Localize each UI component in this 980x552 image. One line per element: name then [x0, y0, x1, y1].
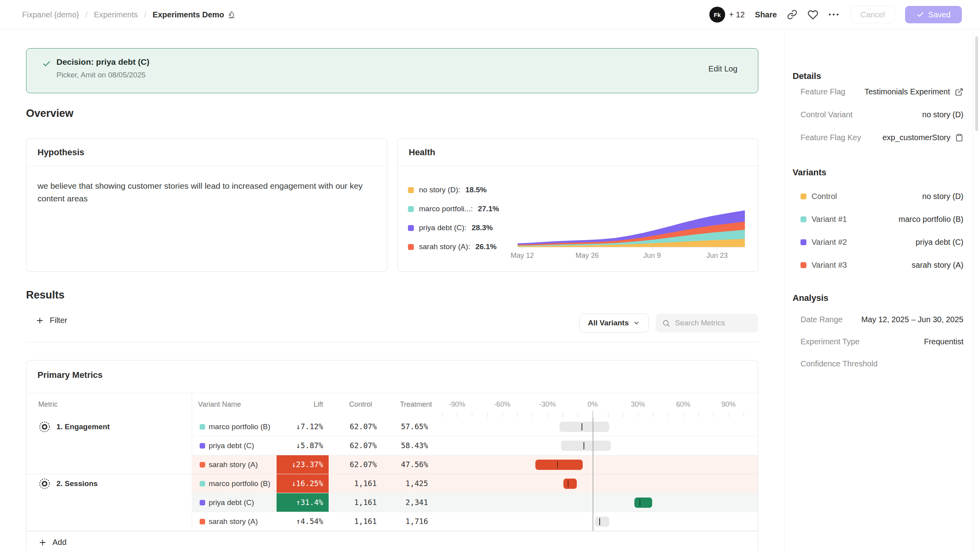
decision-subtitle: Picker, Amit on 08/05/2025 [56, 71, 146, 79]
analysis-row-confidence-threshold: Confidence Threshold [800, 353, 963, 376]
health-axis-labels: May 12May 26Jun 9Jun 23 [514, 252, 750, 261]
row-divider [192, 455, 758, 455]
goal-target-icon [38, 421, 51, 433]
saved-button[interactable]: Saved [905, 6, 962, 23]
variant-name: marco portfolio (B) [209, 422, 270, 431]
detail-value: exp_customerStory [883, 133, 950, 142]
search-metrics-input[interactable] [675, 319, 750, 327]
health-legend-item[interactable]: marco portfoli...:27.1% [408, 204, 499, 214]
hypothesis-body[interactable]: we believe that showing customer stories… [37, 180, 377, 205]
variant-swatch [200, 443, 205, 449]
overview-heading: Overview [26, 107, 73, 120]
variant-name: marco portfolio (B) [209, 479, 270, 488]
confidence-interval-bar [634, 498, 653, 508]
share-button[interactable]: Share [755, 10, 777, 19]
collaborator-count[interactable]: + 12 [729, 10, 744, 19]
avatar[interactable]: Fk [709, 7, 725, 23]
page-title: Experiments Demo [153, 10, 224, 19]
scrollbar-thumb[interactable] [975, 36, 978, 131]
breadcrumb-experiments[interactable]: Experiments [94, 10, 138, 19]
variant-label: Variant #2 [812, 238, 847, 247]
more-options-icon[interactable]: ••• [829, 11, 840, 19]
top-bar: Fixpanel {demo} / Experiments / Experime… [0, 0, 980, 29]
metric-variant-row[interactable]: sarah story (A)↑4.54%1,1611,716 [192, 512, 758, 531]
detail-label: Feature Flag [800, 87, 845, 96]
control-value: 1,161 [329, 517, 377, 526]
lift-axis-label: -30% [539, 400, 556, 409]
confidence-interval-bar [595, 516, 609, 527]
primary-metrics-title: Primary Metrics [37, 370, 103, 380]
col-lift: Lift [277, 400, 323, 409]
health-card-header: Health [398, 139, 758, 166]
feature-flag-link[interactable]: Testimonials Experiment [864, 87, 950, 96]
detail-label: Feature Flag Key [800, 133, 861, 142]
metric-cell[interactable]: 2. Sessions [38, 477, 98, 490]
metric-variant-row[interactable]: priya debt (C)↑31.4%1,1612,341 [192, 493, 758, 512]
plus-icon [36, 316, 44, 325]
lift-axis-tick [593, 411, 593, 417]
health-x-tick-label: May 26 [576, 252, 599, 260]
lift-point-tick [599, 518, 600, 525]
copy-link-icon[interactable] [787, 9, 797, 20]
breadcrumb-current: Experiments Demo [153, 10, 236, 19]
legend-value: 28.3% [471, 223, 493, 232]
row-divider [26, 474, 758, 474]
lift-axis-tick [472, 413, 472, 417]
variant-filter-dropdown[interactable]: All Variants [579, 314, 649, 332]
filter-label: Filter [50, 316, 67, 325]
metric-variant-row[interactable]: priya debt (C)↓5.87%62.07%58.43% [192, 436, 758, 455]
lift-badge: ↓16.25% [277, 474, 329, 493]
row-divider [192, 436, 758, 436]
variant-row: Variant #1marco portfolio (B) [800, 208, 963, 231]
metric-variant-row[interactable]: marco portfolio (B)↓16.25%1,1611,425 [192, 474, 758, 493]
edit-log-button[interactable]: Edit Log [709, 64, 737, 73]
variant-value: priya debt (C) [916, 238, 963, 247]
treatment-value: 57.65% [382, 422, 428, 431]
goal-target-icon [38, 477, 51, 490]
detail-label: Control Variant [800, 110, 853, 119]
control-value: 62.07% [329, 460, 377, 469]
lift-axis-tick [487, 413, 488, 417]
decision-title: Decision: priya debt (C) [56, 57, 150, 67]
cancel-button[interactable]: Cancel [851, 6, 895, 23]
favorite-heart-icon[interactable] [808, 9, 818, 20]
add-filter-button[interactable]: Filter [36, 316, 67, 325]
confidence-interval-cell [433, 436, 758, 455]
legend-label: marco portfoli...: [419, 205, 473, 213]
health-area-chart [514, 205, 748, 251]
confidence-interval-cell [433, 455, 758, 474]
lift-axis-tick [457, 413, 457, 417]
lift-badge: ↑31.4% [277, 493, 329, 512]
microscope-icon [227, 10, 236, 19]
legend-label: sarah story (A): [419, 242, 470, 251]
health-legend-item[interactable]: sarah story (A):26.1% [408, 242, 497, 252]
metric-variant-row[interactable]: marco portfolio (B)↓7.12%62.07%57.65% [192, 417, 758, 436]
health-legend-item[interactable]: priya debt (C):28.3% [408, 223, 493, 233]
detail-row-feature-flag-key: Feature Flag Key exp_customerStory [800, 127, 963, 150]
add-metric-button[interactable]: Add [38, 538, 67, 547]
confidence-interval-cell [433, 493, 758, 512]
variants-heading: Variants [793, 167, 827, 178]
lift-axis-label: -90% [449, 400, 465, 409]
lift-axis-tick [532, 413, 533, 417]
lift-value: ↓5.87% [277, 441, 323, 450]
legend-swatch [408, 187, 414, 193]
decision-banner: Decision: priya debt (C) Picker, Amit on… [26, 48, 758, 93]
treatment-value: 2,341 [382, 498, 428, 507]
treatment-value: 58.43% [382, 441, 428, 450]
details-heading: Details [793, 71, 821, 81]
variant-value: no story (D) [922, 192, 963, 201]
scrollbar[interactable] [973, 0, 980, 552]
control-value: 62.07% [329, 422, 377, 431]
health-x-tick-label: May 12 [511, 252, 534, 260]
metric-variant-row[interactable]: sarah story (A)↓23.37%62.07%47.56% [192, 455, 758, 474]
health-legend-item[interactable]: no story (D):18.5% [408, 185, 486, 195]
variant-label: Variant #3 [812, 261, 847, 270]
metric-cell[interactable]: 1. Engagement [38, 421, 110, 433]
confidence-interval-bar [535, 460, 583, 470]
copy-icon[interactable] [955, 133, 963, 142]
lift-point-tick [582, 423, 582, 430]
control-value: 1,161 [329, 498, 377, 507]
external-link-icon[interactable] [955, 88, 963, 96]
breadcrumb-project[interactable]: Fixpanel {demo} [22, 10, 79, 19]
